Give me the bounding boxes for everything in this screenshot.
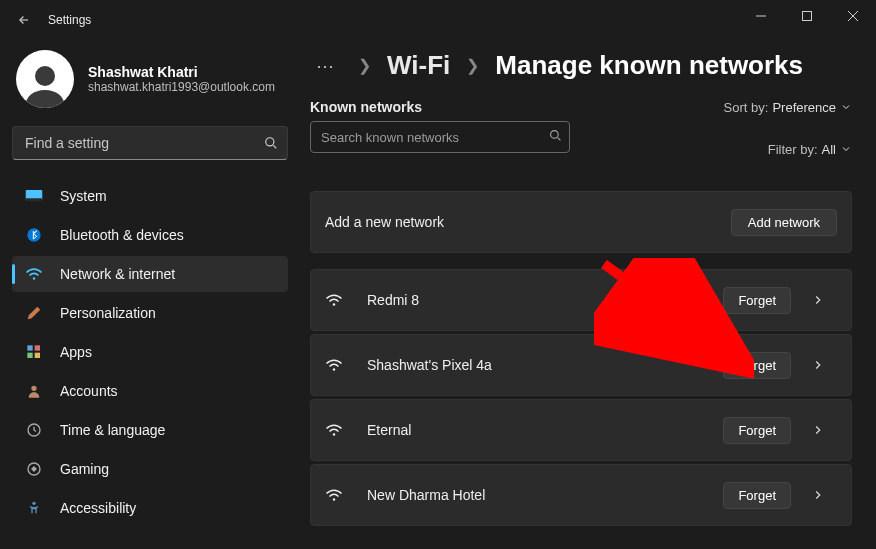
svg-point-5: [27, 228, 40, 241]
chevron-right-icon: ❯: [358, 56, 371, 75]
nav: System Bluetooth & devices Network & int…: [12, 178, 288, 526]
network-row: New Dharma HotelForget: [310, 464, 852, 526]
nav-label: Accessibility: [60, 500, 136, 516]
nav-item-network[interactable]: Network & internet: [12, 256, 288, 292]
clock-icon: [24, 422, 44, 438]
nav-label: Accounts: [60, 383, 118, 399]
brush-icon: [24, 305, 44, 321]
svg-rect-8: [35, 345, 40, 350]
network-name: Shashwat's Pixel 4a: [367, 357, 492, 373]
back-button[interactable]: [10, 13, 38, 27]
svg-point-14: [32, 502, 35, 505]
svg-point-19: [333, 498, 335, 500]
svg-rect-0: [803, 12, 812, 21]
settings-search-input[interactable]: [12, 126, 288, 160]
chevron-down-icon: [840, 101, 852, 113]
breadcrumb-more[interactable]: ⋯: [310, 53, 342, 79]
svg-point-15: [551, 131, 559, 139]
page-title: Manage known networks: [495, 50, 803, 81]
sort-by-dropdown[interactable]: Sort by: Preference: [724, 100, 852, 115]
network-row: Redmi 8Forget: [310, 269, 852, 331]
nav-label: Personalization: [60, 305, 156, 321]
filter-by-dropdown[interactable]: Filter by: All: [768, 142, 852, 157]
section-title-known-networks: Known networks: [310, 99, 422, 115]
nav-item-time[interactable]: Time & language: [12, 412, 288, 448]
main: ⋯ ❯ Wi-Fi ❯ Manage known networks Known …: [300, 40, 876, 549]
nav-label: Apps: [60, 344, 92, 360]
nav-item-personalization[interactable]: Personalization: [12, 295, 288, 331]
network-name: Redmi 8: [367, 292, 419, 308]
svg-rect-10: [35, 353, 40, 358]
nav-label: Time & language: [60, 422, 165, 438]
nav-item-accessibility[interactable]: Accessibility: [12, 490, 288, 526]
network-row: Shashwat's Pixel 4aForget: [310, 334, 852, 396]
gaming-icon: [24, 461, 44, 477]
close-button[interactable]: [830, 0, 876, 32]
nav-item-apps[interactable]: Apps: [12, 334, 288, 370]
wifi-icon: [325, 293, 345, 307]
wifi-icon: [325, 358, 345, 372]
nav-label: Gaming: [60, 461, 109, 477]
sidebar: Shashwat Khatri shashwat.khatri1993@outl…: [0, 40, 300, 549]
search-icon[interactable]: [260, 132, 282, 154]
svg-point-2: [266, 138, 274, 146]
nav-item-bluetooth[interactable]: Bluetooth & devices: [12, 217, 288, 253]
chevron-right-icon: ❯: [466, 56, 479, 75]
forget-button[interactable]: Forget: [723, 417, 791, 444]
breadcrumb-wifi[interactable]: Wi-Fi: [387, 50, 450, 81]
nav-item-accounts[interactable]: Accounts: [12, 373, 288, 409]
svg-rect-4: [26, 198, 43, 201]
add-network-button[interactable]: Add network: [731, 209, 837, 236]
network-row: EternalForget: [310, 399, 852, 461]
profile-name: Shashwat Khatri: [88, 64, 275, 80]
profile-email: shashwat.khatri1993@outlook.com: [88, 80, 275, 94]
svg-point-16: [333, 303, 335, 305]
svg-point-11: [31, 386, 36, 391]
svg-point-1: [35, 66, 55, 86]
expand-button[interactable]: [799, 488, 837, 502]
apps-icon: [24, 344, 44, 360]
nav-item-system[interactable]: System: [12, 178, 288, 214]
wifi-icon: [325, 488, 345, 502]
nav-label: Network & internet: [60, 266, 175, 282]
chevron-down-icon: [840, 143, 852, 155]
svg-point-6: [33, 277, 35, 279]
networks-search-input[interactable]: [310, 121, 570, 153]
breadcrumb: ⋯ ❯ Wi-Fi ❯ Manage known networks: [310, 50, 852, 81]
window-title: Settings: [48, 13, 91, 27]
nav-label: Bluetooth & devices: [60, 227, 184, 243]
avatar: [16, 50, 74, 108]
expand-button[interactable]: [799, 358, 837, 372]
wifi-icon: [24, 267, 44, 281]
add-network-label: Add a new network: [325, 214, 444, 230]
svg-point-17: [333, 368, 335, 370]
wifi-icon: [325, 423, 345, 437]
nav-label: System: [60, 188, 107, 204]
network-name: Eternal: [367, 422, 411, 438]
expand-button[interactable]: [799, 293, 837, 307]
forget-button[interactable]: Forget: [723, 482, 791, 509]
system-icon: [24, 189, 44, 203]
forget-button[interactable]: Forget: [723, 352, 791, 379]
bluetooth-icon: [24, 227, 44, 243]
accounts-icon: [24, 383, 44, 399]
profile[interactable]: Shashwat Khatri shashwat.khatri1993@outl…: [12, 50, 288, 108]
window-controls: [738, 0, 876, 32]
network-name: New Dharma Hotel: [367, 487, 485, 503]
add-network-row: Add a new network Add network: [310, 191, 852, 253]
expand-button[interactable]: [799, 423, 837, 437]
svg-rect-9: [27, 353, 32, 358]
svg-point-18: [333, 433, 335, 435]
accessibility-icon: [24, 500, 44, 516]
search-icon[interactable]: [549, 128, 562, 146]
svg-rect-7: [27, 345, 32, 350]
nav-item-gaming[interactable]: Gaming: [12, 451, 288, 487]
minimize-button[interactable]: [738, 0, 784, 32]
forget-button[interactable]: Forget: [723, 287, 791, 314]
maximize-button[interactable]: [784, 0, 830, 32]
